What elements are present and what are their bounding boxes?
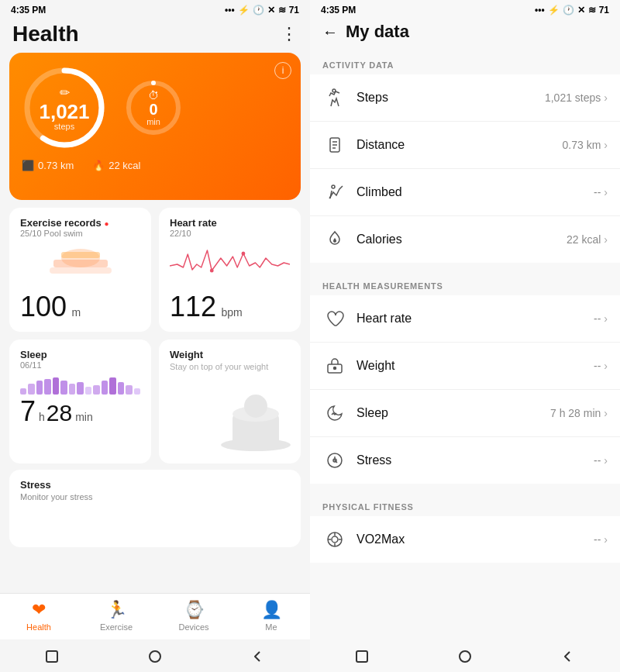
me-label: Me xyxy=(265,622,277,632)
left-home-button[interactable] xyxy=(146,647,164,666)
weight-card[interactable]: Weight Stay on top of your weight xyxy=(159,339,301,464)
svg-rect-7 xyxy=(61,252,100,258)
sleep-title: Sleep xyxy=(20,349,140,360)
bottom-nav: ❤ Health 🏃 Exercise ⌚ Devices 👤 Me xyxy=(0,593,310,639)
right-square-button[interactable] xyxy=(353,647,371,666)
climbed-item-value: -- xyxy=(594,186,601,198)
distance-item-value: 0.73 km xyxy=(563,139,601,151)
devices-icon: ⌚ xyxy=(184,600,205,620)
heart-rate-card[interactable]: Heart rate 22/10 112 bpm xyxy=(159,208,301,332)
svg-rect-4 xyxy=(50,267,112,274)
sleep-item-icon xyxy=(322,401,347,426)
steps-item[interactable]: Steps 1,021 steps › xyxy=(310,74,620,122)
exercise-card[interactable]: Exercise records ● 25/10 Pool swim 100 m xyxy=(9,208,151,332)
section-divider-2 xyxy=(310,484,620,491)
stress-title: Stress xyxy=(20,479,290,491)
svg-point-17 xyxy=(332,185,335,188)
section-divider-1 xyxy=(310,263,620,271)
svg-point-8 xyxy=(210,269,214,273)
steps-ring: ✏ 1,021 steps xyxy=(22,65,107,150)
activity-circles: ✏ 1,021 steps ⏱ 0 min xyxy=(22,65,288,150)
stress-item-value: -- xyxy=(594,454,601,467)
cards-grid: Exercise records ● 25/10 Pool swim 100 m xyxy=(9,208,301,464)
exercise-value-container: 100 m xyxy=(20,293,81,321)
left-system-nav xyxy=(0,639,310,672)
stress-item-label: Stress xyxy=(356,453,594,467)
stress-card[interactable]: Stress Monitor your stress xyxy=(9,470,301,547)
sleep-item-chevron: › xyxy=(604,407,608,419)
right-time: 4:35 PM xyxy=(321,5,356,16)
calories-item-chevron: › xyxy=(604,233,608,246)
vo2max-item[interactable]: VO2Max -- › xyxy=(310,516,620,563)
nav-me[interactable]: 👤 Me xyxy=(232,600,310,632)
stress-item[interactable]: Stress -- › xyxy=(310,437,620,484)
steps-item-chevron: › xyxy=(604,91,608,104)
sleep-value-container: 7 h 28 min xyxy=(20,398,140,426)
nav-exercise[interactable]: 🏃 Exercise xyxy=(78,600,155,632)
heartrate-item-chevron: › xyxy=(604,312,608,325)
sleep-unit-m: min xyxy=(75,411,93,423)
menu-dots-button[interactable]: ⋮ xyxy=(281,24,298,44)
info-icon[interactable]: i xyxy=(274,62,291,79)
heartrate-item[interactable]: Heart rate -- › xyxy=(310,295,620,343)
app-title: Health xyxy=(12,22,79,47)
sleep-value-h: 7 xyxy=(20,398,36,426)
right-home-button[interactable] xyxy=(456,647,474,666)
stress-item-icon xyxy=(322,448,347,473)
left-panel: 4:35 PM ••• ⚡ 🕐 ✕ ≋ 71 Health ⋮ i xyxy=(0,0,310,672)
health-label: Health xyxy=(26,622,51,632)
sleep-item[interactable]: Sleep 7 h 28 min › xyxy=(310,390,620,437)
sleep-value-m: 28 xyxy=(46,401,72,425)
vo2max-item-icon xyxy=(322,527,347,552)
left-square-button[interactable] xyxy=(43,647,61,666)
health-section: HEALTH MEASUREMENTS Heart rate -- › xyxy=(310,271,620,484)
vo2max-item-value: -- xyxy=(594,533,601,546)
svg-point-9 xyxy=(242,252,246,256)
stress-item-chevron: › xyxy=(604,454,608,467)
distance-item-icon xyxy=(322,133,347,157)
right-panel: 4:35 PM ••• ⚡ 🕐 ✕ ≋ 71 ← My data ACTIVIT… xyxy=(310,0,620,672)
exercise-label: Exercise xyxy=(100,622,133,632)
hr-value: 112 xyxy=(170,291,216,322)
svg-point-15 xyxy=(150,651,160,662)
nav-health[interactable]: ❤ Health xyxy=(0,600,78,632)
sleep-card[interactable]: Sleep 06/11 7 h xyxy=(9,339,151,464)
hr-date: 22/10 xyxy=(170,229,290,238)
exercise-value: 100 xyxy=(20,291,67,322)
active-value: 0 xyxy=(149,102,157,117)
climbed-item-label: Climbed xyxy=(356,185,594,199)
weight-subtitle: Stay on top of your weight xyxy=(170,362,290,371)
nav-devices[interactable]: ⌚ Devices xyxy=(155,600,232,632)
calories-item-label: Calories xyxy=(356,233,567,246)
distance-value: 0.73 km xyxy=(38,160,74,171)
weight-item-value: -- xyxy=(594,360,601,372)
left-status-icons: ••• ⚡ 🕐 ✕ ≋ 71 xyxy=(225,5,299,16)
fitness-items: VO2Max -- › xyxy=(310,516,620,563)
stress-subtitle: Monitor your stress xyxy=(20,492,290,501)
back-button[interactable]: ← xyxy=(322,23,338,41)
climbed-item[interactable]: Climbed -- › xyxy=(310,169,620,216)
right-back-button[interactable] xyxy=(559,647,577,666)
sleep-item-label: Sleep xyxy=(356,406,550,420)
svg-rect-14 xyxy=(46,651,57,662)
climbed-item-icon xyxy=(322,180,347,205)
sleep-chart xyxy=(20,377,140,395)
fitness-section: PHYSICAL FITNESS VO2Max -- xyxy=(310,491,620,563)
weight-item[interactable]: Weight -- › xyxy=(310,343,620,390)
left-back-button[interactable] xyxy=(249,647,267,666)
calories-item[interactable]: Calories 22 kcal › xyxy=(310,216,620,263)
calories-value: 22 kcal xyxy=(108,160,140,171)
weight-item-icon xyxy=(322,353,347,378)
heartrate-item-label: Heart rate xyxy=(356,312,594,326)
exercise-chart xyxy=(20,244,140,279)
health-icon: ❤ xyxy=(32,600,46,620)
exercise-date: 25/10 Pool swim xyxy=(20,229,140,238)
left-time: 4:35 PM xyxy=(11,5,46,16)
hr-value-container: 112 bpm xyxy=(170,293,243,321)
sleep-item-value: 7 h 28 min xyxy=(550,407,601,419)
distance-item[interactable]: Distance 0.73 km › xyxy=(310,122,620,169)
activity-items: Steps 1,021 steps › Distance 0.73 km › xyxy=(310,74,620,263)
svg-point-29 xyxy=(460,651,470,662)
svg-point-23 xyxy=(332,536,338,543)
distance-stat: ⬛ 0.73 km xyxy=(22,160,74,171)
